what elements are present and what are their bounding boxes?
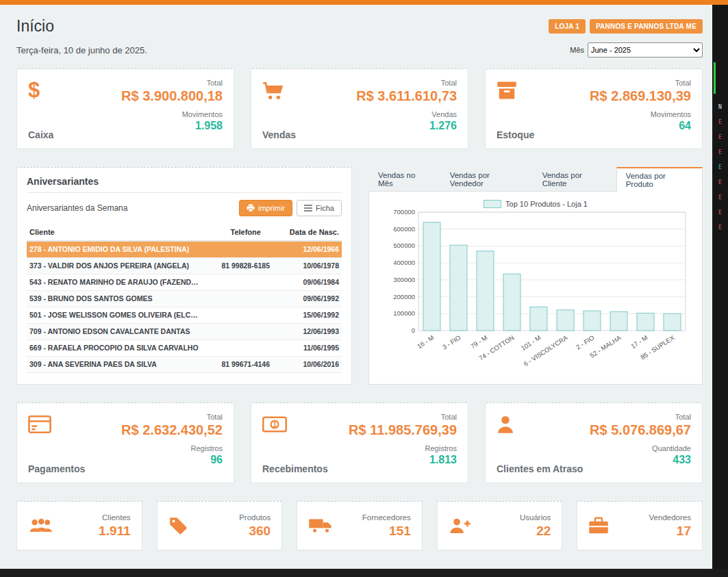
column-header-nascimento: Data de Nasc. <box>282 224 342 241</box>
svg-text:2 - FIO: 2 - FIO <box>575 333 596 350</box>
stat-title: Recebimentos <box>262 463 328 474</box>
column-header-telefone: Telefone <box>210 224 282 241</box>
svg-text:17 - M: 17 - M <box>629 333 649 350</box>
edge-glyph: E <box>718 135 722 140</box>
tile-label: Produtos <box>239 513 271 522</box>
edge-glyph: E <box>718 165 722 170</box>
tile-produtos: Produtos 360 <box>157 501 283 550</box>
stat-title: Vendas <box>262 129 296 140</box>
user-plus-icon <box>449 517 472 535</box>
svg-text:0: 0 <box>412 326 415 334</box>
stat-card-caixa: $ Caixa Total R$ 3.900.800,18 Movimentos… <box>16 68 234 149</box>
cart-icon <box>262 77 296 103</box>
count-value: 1.276 <box>429 120 457 132</box>
tile-value: 17 <box>649 524 691 539</box>
total-label: Total <box>675 413 691 421</box>
table-row[interactable]: 669 - RAFAELA PROCOPIO DA SILVA CARVALHO… <box>27 339 342 356</box>
svg-text:500000: 500000 <box>393 242 415 249</box>
stat-card-vendas: Vendas Total R$ 3.611.610,73 Vendas 1.27… <box>251 68 468 149</box>
edge-glyph: E <box>718 150 722 155</box>
tile-value: 151 <box>362 524 411 539</box>
legend-swatch <box>484 200 501 208</box>
birthdays-panel: Aniversariantes Aniversariantes da Seman… <box>16 167 352 385</box>
user-icon <box>497 411 583 437</box>
cell-telefone <box>210 241 282 257</box>
tile-label: Clientes <box>99 513 131 522</box>
svg-text:600000: 600000 <box>393 225 415 233</box>
cell-telefone <box>210 307 282 323</box>
total-label: Total <box>675 79 691 87</box>
stat-card-estoque: Estoque Total R$ 2.869.130,39 Movimentos… <box>485 68 703 149</box>
stat-card-pagamentos: Pagamentos Total R$ 2.632.430,52 Registr… <box>16 402 234 483</box>
table-row[interactable]: 543 - RENATO MARINHO DE ARAUJO (FAZEND… … <box>27 274 342 290</box>
count-label: Movimentos <box>651 110 691 118</box>
stat-card-recebimentos: 1 Recebimentos Total R$ 11.985.769,39 Re… <box>251 402 468 483</box>
svg-text:700000: 700000 <box>393 208 415 216</box>
count-value: 96 <box>210 454 223 466</box>
tile-label: Vendedores <box>649 513 691 522</box>
total-value: R$ 11.985.769,39 <box>349 422 457 438</box>
cell-telefone: 81 99671-4146 <box>210 356 282 372</box>
top-stat-cards: $ Caixa Total R$ 3.900.800,18 Movimentos… <box>16 68 703 149</box>
edge-glyph: N <box>718 105 722 110</box>
birthdays-table: Cliente Telefone Data de Nasc. 278 - ANT… <box>27 224 342 373</box>
table-row[interactable]: 709 - ANTONIO EDSON CAVALCANTE DANTAS 12… <box>27 323 342 339</box>
tile-value: 360 <box>239 524 271 539</box>
top-accent-bar <box>0 0 728 5</box>
total-value: R$ 3.900.800,18 <box>121 88 223 104</box>
edge-glyph: E <box>718 195 722 201</box>
table-row[interactable]: 373 - VALDIR DOS ANJOS PEREIRA (ANGELA) … <box>27 257 342 274</box>
tab-vendas-por-produto[interactable]: Vendas por Produto <box>616 167 703 192</box>
list-icon <box>304 205 312 211</box>
tab-vendas-por-vendedor[interactable]: Vendas por Vendedor <box>440 167 533 191</box>
tile-vendedores: Vendedores 17 <box>577 501 703 550</box>
cell-telefone <box>210 339 282 356</box>
sales-tabs: Vendas no Mês Vendas por Vendedor Vendas… <box>368 167 703 191</box>
total-value: R$ 3.611.610,73 <box>356 88 457 104</box>
column-header-cliente: Cliente <box>27 224 210 241</box>
tile-value: 22 <box>520 524 551 539</box>
stat-card-clientes-em-atraso: Clientes em Atraso Total R$ 5.076.869,67… <box>485 402 703 483</box>
date-row: Terça-feira, 10 de junho de 2025. Mês Ju… <box>16 42 703 57</box>
print-button[interactable]: imprimir <box>239 200 292 216</box>
svg-text:300000: 300000 <box>393 276 415 283</box>
table-row[interactable]: 539 - BRUNO DOS SANTOS GOMES 09/06/1992 <box>27 290 342 307</box>
table-row[interactable]: 309 - ANA SEVERINA PAES DA SILVA 81 9967… <box>27 356 342 372</box>
table-row[interactable]: 278 - ANTONIO EMIDIO DA SILVA (PALESTINA… <box>27 241 342 257</box>
bar-chart: 0100000200000300000400000500000600000700… <box>379 208 692 369</box>
ficha-button[interactable]: Ficha <box>297 200 342 216</box>
svg-text:16 - M: 16 - M <box>416 333 436 350</box>
edge-green-marker <box>714 62 716 94</box>
tile-label: Usuários <box>520 513 551 522</box>
cell-telefone <box>210 323 282 339</box>
tab-vendas-por-cliente[interactable]: Vendas por Cliente <box>533 167 616 191</box>
page-title: Início <box>16 17 54 36</box>
count-value: 64 <box>679 120 691 132</box>
count-label: Quantidade <box>652 444 691 452</box>
table-row[interactable]: 501 - JOSE WELISSON GOMES OLIVEIRA (ELC…… <box>27 307 342 323</box>
background-window-edge: N E E E E E E E E <box>712 5 728 569</box>
tab-vendas-no-mes[interactable]: Vendas no Mês <box>368 167 440 191</box>
cell-cliente: 669 - RAFAELA PROCOPIO DA SILVA CARVALHO <box>27 339 210 356</box>
stat-title: Pagamentos <box>28 463 85 474</box>
month-select[interactable]: June - 2025 <box>588 42 703 57</box>
legend-label: Top 10 Produtos - Loja 1 <box>505 200 588 208</box>
store-badge[interactable]: LOJA 1 <box>549 19 586 34</box>
edge-glyph: E <box>718 225 722 231</box>
chart-legend: Top 10 Produtos - Loja 1 <box>484 200 588 208</box>
tile-fornecedores: Fornecedores 151 <box>297 501 423 550</box>
sales-by-product-chart-panel: Top 10 Produtos - Loja 1 010000020000030… <box>368 191 703 385</box>
cell-cliente: 373 - VALDIR DOS ANJOS PEREIRA (ANGELA) <box>27 257 210 274</box>
stat-title: Estoque <box>497 129 534 140</box>
birthdays-subtitle: Aniversariantes da Semana <box>27 203 127 213</box>
total-value: R$ 5.076.869,67 <box>590 422 691 438</box>
archive-icon <box>497 77 534 103</box>
tile-value: 1.911 <box>99 524 131 539</box>
current-date: Terça-feira, 10 de junho de 2025. <box>16 45 147 55</box>
company-badge[interactable]: PANNOS E PANNOS LTDA ME <box>590 19 703 34</box>
stat-title: Caixa <box>28 129 53 140</box>
cell-nascimento: 12/06/1966 <box>282 241 342 257</box>
count-label: Movimentos <box>182 110 223 118</box>
cell-nascimento: 15/06/1992 <box>282 307 342 323</box>
total-value: R$ 2.869.130,39 <box>590 88 691 104</box>
